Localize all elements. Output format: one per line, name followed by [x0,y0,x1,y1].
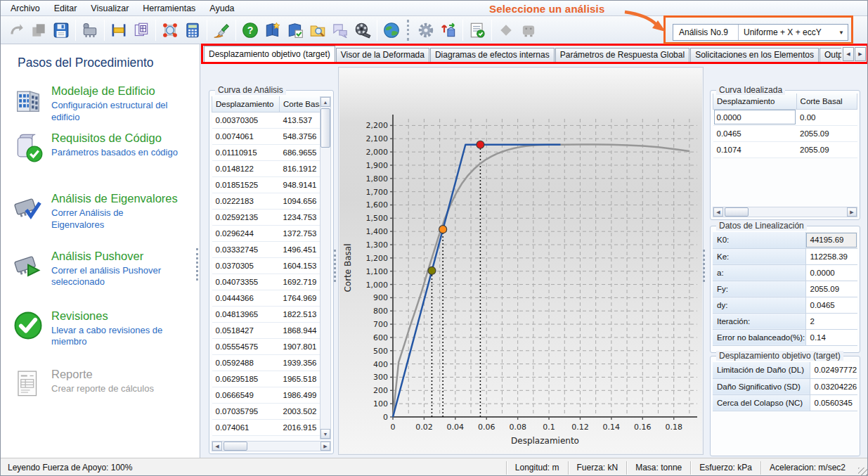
tab-solicitaciones-elementos[interactable]: Solicitaciones en los Elementos [690,48,819,62]
kv-row[interactable]: K0:44195.69 [713,232,857,248]
comments-icon[interactable] [329,19,351,41]
tab-scroll-right-button[interactable]: ▶ [855,47,866,61]
kv-row[interactable]: Iteración:2 [713,313,857,329]
folder-search-icon[interactable] [306,19,329,41]
table-row[interactable]: 0.070357952003.502 [212,403,320,419]
table-row[interactable]: 0.033327451496.451 [212,241,320,257]
book-check-icon[interactable] [284,19,306,41]
table-row[interactable]: 0.040733551692.719 [212,274,320,290]
table-row[interactable]: 0.03703051604.153 [212,257,320,274]
brush-icon[interactable] [210,19,233,41]
horizontal-scrollbar[interactable]: ◀ ▶ [212,441,331,451]
table-row[interactable]: 0.04443661764.969 [212,290,320,306]
tab-diagramas-efectos-internas[interactable]: Diagramas de efectos internas [430,48,555,62]
step-subtitle[interactable]: Llevar a cabo revisiones de miembro [51,325,178,348]
table-row[interactable]: 0.025921351234.753 [212,209,320,225]
resize-grip-icon[interactable] [858,468,867,476]
scroll-left-icon[interactable]: ◀ [713,207,723,217]
chip-icon[interactable] [79,19,101,41]
table-row[interactable]: 0.0074061548.3756 [212,128,320,144]
column-header[interactable]: Corte Basal [796,94,857,109]
menu-item-visualizar[interactable]: Visualizar [84,2,136,15]
column-header[interactable]: Desplazamiento [713,94,797,109]
table-row[interactable]: 0.062951851965.518 [212,371,320,387]
scroll-right-icon[interactable]: ▶ [320,442,330,451]
table-row[interactable]: 0.02221831094.656 [212,193,320,209]
export-model-icon[interactable] [437,19,460,41]
kv-row[interactable]: Limitación de Daño (DL)0.02497772 [713,362,857,378]
table-row[interactable]: 0.0148122816.1912 [212,160,320,176]
tabs-scroller: Desplazamiento objetivo (target)Visor de… [204,46,841,62]
kv-row[interactable]: Error no balanceado(%):0.14 [713,329,857,345]
table-row[interactable]: 0.05924881939.356 [212,354,320,371]
table-chart-splitter[interactable] [334,250,336,282]
menu-item-editar[interactable]: Editar [47,2,84,15]
help-icon[interactable]: ? [239,19,261,41]
book-star-icon[interactable] [261,19,284,41]
globe-icon[interactable] [380,19,403,41]
horizontal-scrollbar[interactable]: ◀ ▶ [713,207,857,217]
menu-item-ayuda[interactable]: Ayuda [202,2,241,15]
scroll-right-icon[interactable]: ▶ [847,207,857,217]
sidebar-step-requisitos-de-codigo[interactable]: Requisitos de CódigoParámetros basados e… [1,131,200,164]
scrollbar-thumb[interactable] [320,108,330,148]
table-row[interactable]: 0.01110915686.9655 [212,144,320,160]
sidebar-step-revisiones[interactable]: RevisionesLlevar a cabo revisiones de mi… [1,309,200,348]
scrollbar-thumb[interactable] [725,207,749,217]
caret-down-icon[interactable]: ▼ [835,30,848,36]
tab-scroll-left-button[interactable]: ◀ [843,47,854,61]
step-subtitle[interactable]: Configuración estructural del edificio [51,100,178,123]
sidebar-step-modelaje-de-edificio[interactable]: Modelaje de EdificioConfiguración estruc… [1,84,200,123]
step-subtitle[interactable]: Parámetros basados en código [51,147,178,159]
table-row[interactable]: 0.01851525948.9141 [212,176,320,193]
step-subtitle[interactable]: Correr el análisis Pushover seleccionado [51,265,178,288]
sidebar-splitter[interactable] [196,248,198,281]
tab-visor-deformada[interactable]: Visor de la Deformada [336,48,429,62]
tab-desplazamiento-objetivo[interactable]: Desplazamiento objetivo (target) [204,46,335,62]
table-row[interactable]: 0.10742055.09 [713,141,857,157]
kv-row[interactable]: Fy:2055.09 [713,281,857,297]
kv-row[interactable]: Ke:112258.39 [713,248,857,264]
table-row[interactable]: 0.06665491986.499 [212,387,320,403]
menu-item-archivo[interactable]: Archivo [4,2,47,15]
target-displacement-caption: Desplazamiento objetivo (target) [716,351,843,361]
sidebar-step-analisis-pushover[interactable]: Análisis PushoverCorrer el análisis Push… [1,250,200,288]
gear-icon[interactable] [415,19,437,41]
pushover-chart: 01002003004005006007008009001,0001,1001,… [339,68,702,456]
analysis-selector[interactable]: Análisis No.9 Uniforme + X + eccY ▼ [673,24,848,41]
tab-output-esfuerzos[interactable]: Output de Esfuerzos y Defo [820,48,841,62]
sidebar-step-analisis-de-eigenvalores[interactable]: Análisis de EigenvaloresCorrer Análisis … [1,192,200,231]
toolbar-drag-handle[interactable] [407,20,410,41]
column-header[interactable]: Desplazamiento [212,96,280,112]
table-row[interactable]: 0.0740612016.915 [212,419,320,435]
calculator-icon[interactable] [181,19,204,41]
scrollbar-thumb[interactable] [224,442,247,451]
scroll-up-icon[interactable]: ▲ [320,97,330,107]
step-subtitle[interactable]: Correr Análisis de Eigenvalores [51,207,178,231]
table-row[interactable]: 0.048139651822.513 [212,306,320,322]
save-icon[interactable] [50,19,72,41]
table-row[interactable]: 0.055545751907.801 [212,338,320,354]
frame-document-icon[interactable] [130,19,153,41]
table-row[interactable]: 0.02962441372.753 [212,225,320,241]
kv-row[interactable]: Cerca del Colapso (NC)0.0560345 [713,394,857,411]
kv-row[interactable]: dy:0.0465 [713,297,857,313]
model-3d-icon[interactable] [159,19,181,41]
table-row[interactable]: 0.00000.00 [713,109,857,125]
tab-parametros-respuesta-global[interactable]: Parámetros de Respuesta Global [555,48,689,62]
film-icon[interactable] [351,19,374,41]
scroll-down-icon[interactable]: ▼ [320,429,330,439]
table-row[interactable]: 0.00370305413.537 [212,112,320,128]
kv-row[interactable]: a:0.0000 [713,264,857,281]
vertical-scrollbar[interactable]: ▲ ▼ [320,96,331,439]
column-header[interactable]: Corte Basal [280,96,320,112]
svg-text:1,600: 1,600 [366,200,389,210]
chart-panel-splitter[interactable] [703,250,705,282]
scroll-left-icon[interactable]: ◀ [212,442,222,451]
beam-icon[interactable] [108,19,130,41]
checklist-icon[interactable] [466,19,488,41]
kv-row[interactable]: Daño Significativo (SD)0.03204226 [713,378,857,394]
menu-item-herramientas[interactable]: Herramientas [136,2,202,15]
table-row[interactable]: 0.05184271868.944 [212,322,320,338]
table-row[interactable]: 0.04652055.09 [713,125,857,141]
